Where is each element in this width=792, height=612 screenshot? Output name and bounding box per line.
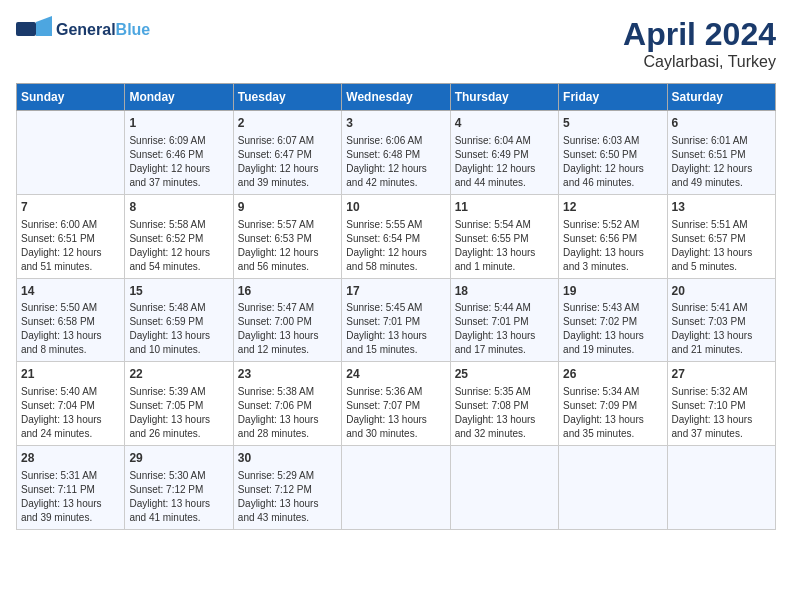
day-info: Sunrise: 5:41 AM Sunset: 7:03 PM Dayligh… (672, 301, 771, 357)
calendar-cell: 27Sunrise: 5:32 AM Sunset: 7:10 PM Dayli… (667, 362, 775, 446)
calendar-cell: 1Sunrise: 6:09 AM Sunset: 6:46 PM Daylig… (125, 111, 233, 195)
day-number: 20 (672, 283, 771, 300)
day-number: 3 (346, 115, 445, 132)
day-number: 2 (238, 115, 337, 132)
day-info: Sunrise: 6:09 AM Sunset: 6:46 PM Dayligh… (129, 134, 228, 190)
calendar-cell: 24Sunrise: 5:36 AM Sunset: 7:07 PM Dayli… (342, 362, 450, 446)
day-info: Sunrise: 5:34 AM Sunset: 7:09 PM Dayligh… (563, 385, 662, 441)
day-info: Sunrise: 5:50 AM Sunset: 6:58 PM Dayligh… (21, 301, 120, 357)
day-number: 8 (129, 199, 228, 216)
day-number: 23 (238, 366, 337, 383)
calendar-cell: 9Sunrise: 5:57 AM Sunset: 6:53 PM Daylig… (233, 194, 341, 278)
day-info: Sunrise: 5:45 AM Sunset: 7:01 PM Dayligh… (346, 301, 445, 357)
title-block: April 2024 Caylarbasi, Turkey (623, 16, 776, 71)
week-row-4: 21Sunrise: 5:40 AM Sunset: 7:04 PM Dayli… (17, 362, 776, 446)
column-header-thursday: Thursday (450, 84, 558, 111)
svg-rect-0 (16, 22, 36, 36)
day-info: Sunrise: 5:44 AM Sunset: 7:01 PM Dayligh… (455, 301, 554, 357)
calendar-header: SundayMondayTuesdayWednesdayThursdayFrid… (17, 84, 776, 111)
calendar-table: SundayMondayTuesdayWednesdayThursdayFrid… (16, 83, 776, 530)
day-number: 25 (455, 366, 554, 383)
day-number: 16 (238, 283, 337, 300)
day-info: Sunrise: 5:57 AM Sunset: 6:53 PM Dayligh… (238, 218, 337, 274)
calendar-cell: 29Sunrise: 5:30 AM Sunset: 7:12 PM Dayli… (125, 446, 233, 530)
day-number: 15 (129, 283, 228, 300)
day-number: 9 (238, 199, 337, 216)
day-number: 27 (672, 366, 771, 383)
day-info: Sunrise: 5:52 AM Sunset: 6:56 PM Dayligh… (563, 218, 662, 274)
day-number: 4 (455, 115, 554, 132)
calendar-cell: 16Sunrise: 5:47 AM Sunset: 7:00 PM Dayli… (233, 278, 341, 362)
week-row-3: 14Sunrise: 5:50 AM Sunset: 6:58 PM Dayli… (17, 278, 776, 362)
logo-icon (16, 16, 52, 44)
day-number: 30 (238, 450, 337, 467)
day-info: Sunrise: 5:39 AM Sunset: 7:05 PM Dayligh… (129, 385, 228, 441)
svg-marker-1 (36, 16, 52, 36)
day-info: Sunrise: 6:00 AM Sunset: 6:51 PM Dayligh… (21, 218, 120, 274)
day-number: 21 (21, 366, 120, 383)
day-number: 18 (455, 283, 554, 300)
logo-blue: Blue (116, 21, 151, 38)
day-info: Sunrise: 6:01 AM Sunset: 6:51 PM Dayligh… (672, 134, 771, 190)
calendar-cell (667, 446, 775, 530)
day-info: Sunrise: 5:29 AM Sunset: 7:12 PM Dayligh… (238, 469, 337, 525)
day-info: Sunrise: 5:38 AM Sunset: 7:06 PM Dayligh… (238, 385, 337, 441)
calendar-cell: 12Sunrise: 5:52 AM Sunset: 6:56 PM Dayli… (559, 194, 667, 278)
logo-general: General (56, 21, 116, 38)
day-number: 13 (672, 199, 771, 216)
day-info: Sunrise: 6:03 AM Sunset: 6:50 PM Dayligh… (563, 134, 662, 190)
column-header-saturday: Saturday (667, 84, 775, 111)
calendar-cell: 21Sunrise: 5:40 AM Sunset: 7:04 PM Dayli… (17, 362, 125, 446)
calendar-cell: 25Sunrise: 5:35 AM Sunset: 7:08 PM Dayli… (450, 362, 558, 446)
day-number: 22 (129, 366, 228, 383)
day-number: 19 (563, 283, 662, 300)
day-info: Sunrise: 5:32 AM Sunset: 7:10 PM Dayligh… (672, 385, 771, 441)
column-header-sunday: Sunday (17, 84, 125, 111)
day-info: Sunrise: 5:30 AM Sunset: 7:12 PM Dayligh… (129, 469, 228, 525)
calendar-cell: 28Sunrise: 5:31 AM Sunset: 7:11 PM Dayli… (17, 446, 125, 530)
day-info: Sunrise: 5:35 AM Sunset: 7:08 PM Dayligh… (455, 385, 554, 441)
day-number: 28 (21, 450, 120, 467)
column-header-friday: Friday (559, 84, 667, 111)
calendar-cell (342, 446, 450, 530)
column-header-wednesday: Wednesday (342, 84, 450, 111)
day-info: Sunrise: 5:43 AM Sunset: 7:02 PM Dayligh… (563, 301, 662, 357)
day-number: 24 (346, 366, 445, 383)
calendar-cell: 15Sunrise: 5:48 AM Sunset: 6:59 PM Dayli… (125, 278, 233, 362)
column-header-monday: Monday (125, 84, 233, 111)
day-info: Sunrise: 5:51 AM Sunset: 6:57 PM Dayligh… (672, 218, 771, 274)
day-info: Sunrise: 5:55 AM Sunset: 6:54 PM Dayligh… (346, 218, 445, 274)
calendar-cell: 2Sunrise: 6:07 AM Sunset: 6:47 PM Daylig… (233, 111, 341, 195)
calendar-cell: 4Sunrise: 6:04 AM Sunset: 6:49 PM Daylig… (450, 111, 558, 195)
day-info: Sunrise: 6:07 AM Sunset: 6:47 PM Dayligh… (238, 134, 337, 190)
calendar-cell: 14Sunrise: 5:50 AM Sunset: 6:58 PM Dayli… (17, 278, 125, 362)
calendar-cell: 6Sunrise: 6:01 AM Sunset: 6:51 PM Daylig… (667, 111, 775, 195)
day-info: Sunrise: 5:54 AM Sunset: 6:55 PM Dayligh… (455, 218, 554, 274)
day-info: Sunrise: 5:40 AM Sunset: 7:04 PM Dayligh… (21, 385, 120, 441)
sub-title: Caylarbasi, Turkey (623, 53, 776, 71)
logo: GeneralBlue (16, 16, 150, 44)
calendar-body: 1Sunrise: 6:09 AM Sunset: 6:46 PM Daylig… (17, 111, 776, 530)
calendar-cell: 11Sunrise: 5:54 AM Sunset: 6:55 PM Dayli… (450, 194, 558, 278)
day-number: 14 (21, 283, 120, 300)
header-row: SundayMondayTuesdayWednesdayThursdayFrid… (17, 84, 776, 111)
main-title: April 2024 (623, 16, 776, 53)
day-number: 6 (672, 115, 771, 132)
calendar-cell: 19Sunrise: 5:43 AM Sunset: 7:02 PM Dayli… (559, 278, 667, 362)
week-row-1: 1Sunrise: 6:09 AM Sunset: 6:46 PM Daylig… (17, 111, 776, 195)
calendar-cell: 10Sunrise: 5:55 AM Sunset: 6:54 PM Dayli… (342, 194, 450, 278)
calendar-cell: 26Sunrise: 5:34 AM Sunset: 7:09 PM Dayli… (559, 362, 667, 446)
day-number: 12 (563, 199, 662, 216)
day-number: 17 (346, 283, 445, 300)
day-info: Sunrise: 5:58 AM Sunset: 6:52 PM Dayligh… (129, 218, 228, 274)
calendar-cell: 5Sunrise: 6:03 AM Sunset: 6:50 PM Daylig… (559, 111, 667, 195)
day-number: 11 (455, 199, 554, 216)
day-info: Sunrise: 6:06 AM Sunset: 6:48 PM Dayligh… (346, 134, 445, 190)
calendar-cell: 3Sunrise: 6:06 AM Sunset: 6:48 PM Daylig… (342, 111, 450, 195)
day-number: 29 (129, 450, 228, 467)
week-row-2: 7Sunrise: 6:00 AM Sunset: 6:51 PM Daylig… (17, 194, 776, 278)
calendar-cell (17, 111, 125, 195)
calendar-cell: 30Sunrise: 5:29 AM Sunset: 7:12 PM Dayli… (233, 446, 341, 530)
calendar-cell: 7Sunrise: 6:00 AM Sunset: 6:51 PM Daylig… (17, 194, 125, 278)
day-info: Sunrise: 5:47 AM Sunset: 7:00 PM Dayligh… (238, 301, 337, 357)
